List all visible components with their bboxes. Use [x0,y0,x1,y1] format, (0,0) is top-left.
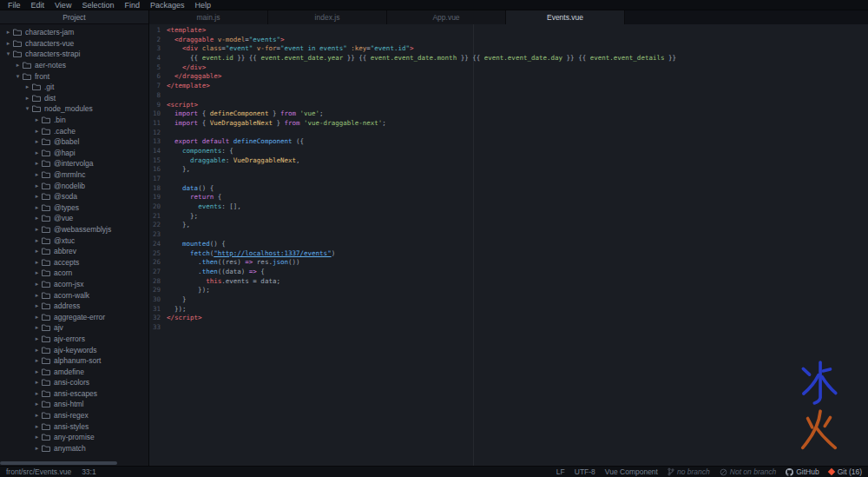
chevron-right-icon[interactable]: ▸ [33,434,41,441]
code-line-32[interactable]: 32</script> [149,314,868,323]
chevron-right-icon[interactable]: ▸ [33,237,41,244]
chevron-right-icon[interactable]: ▸ [33,357,41,364]
code-line-6[interactable]: 6 </draggable> [149,72,868,82]
tree-item-cache[interactable]: ▸.cache [0,125,148,136]
tree-item-alphanum-sort[interactable]: ▸alphanum-sort [0,355,148,367]
tree-horizontal-scrollbar[interactable] [0,461,117,465]
tree-item-characters-strapi[interactable]: ▾characters-strapi [0,49,148,60]
tree-item-ansi-styles[interactable]: ▸ansi-styles [0,421,148,432]
chevron-right-icon[interactable]: ▸ [33,423,41,430]
chevron-right-icon[interactable]: ▸ [33,347,41,354]
tree-item-ansi-html[interactable]: ▸ansi-html [0,399,148,410]
code-line-16[interactable]: 16 }, [149,165,868,175]
code-line-30[interactable]: 30 } [149,295,868,305]
tree-item-ansi-regex[interactable]: ▸ansi-regex [0,410,148,421]
chevron-right-icon[interactable]: ▸ [33,204,41,211]
code-line-26[interactable]: 26 .then((res) => res.json()) [149,258,868,268]
chevron-right-icon[interactable]: ▸ [33,390,41,397]
tree-item-node-modules[interactable]: ▾node_modules [0,103,148,115]
chevron-right-icon[interactable]: ▸ [33,281,41,288]
code-line-23[interactable]: 23 [149,230,868,240]
git-status[interactable]: Git (16) [829,467,862,476]
tree-item-amdefine[interactable]: ▸amdefine [0,366,148,377]
menu-help[interactable]: Help [189,0,216,10]
menu-find[interactable]: Find [119,0,145,10]
tree-item-ajv-keywords[interactable]: ▸ajv-keywords [0,344,148,355]
code-line-1[interactable]: 1<template> [149,26,868,36]
code-line-12[interactable]: 12 [149,129,868,138]
tab-main-js[interactable]: main.js [149,10,268,24]
tree-item-dist[interactable]: ▸dist [0,93,148,104]
chevron-right-icon[interactable]: ▸ [33,412,41,419]
chevron-right-icon[interactable]: ▸ [4,40,12,47]
file-path[interactable]: front/src/Events.vue [6,467,71,476]
tree-item-xtuc[interactable]: ▸@xtuc [0,235,148,246]
code-line-2[interactable]: 2 <draggable v-model="events"> [149,36,868,45]
code-line-4[interactable]: 4 {{ event.id }} {{ event.event_date.yea… [149,54,868,63]
tree-item-acorn[interactable]: ▸acorn [0,268,148,279]
tab-index-js[interactable]: index.js [268,10,387,24]
tree-item-webassemblyjs[interactable]: ▸@webassemblyjs [0,224,148,235]
code-line-22[interactable]: 22 }, [149,221,868,230]
chevron-down-icon[interactable]: ▾ [14,73,22,80]
branch-indicator[interactable]: no branch [667,467,710,476]
tree-item-anymatch[interactable]: ▸anymatch [0,443,148,454]
encoding-indicator[interactable]: UTF-8 [575,467,595,476]
chevron-right-icon[interactable]: ▸ [33,368,41,375]
github-status[interactable]: GitHub [786,467,819,476]
tree-item-git[interactable]: ▸.git [0,82,148,93]
project-panel-header[interactable]: Project [0,10,148,24]
tree-item-acorn-jsx[interactable]: ▸acorn-jsx [0,279,148,290]
chevron-right-icon[interactable]: ▸ [33,292,41,299]
tree-item-accepts[interactable]: ▸accepts [0,256,148,268]
chevron-right-icon[interactable]: ▸ [33,314,41,321]
tree-item-address[interactable]: ▸address [0,301,148,312]
code-line-21[interactable]: 21 }; [149,212,868,222]
chevron-right-icon[interactable]: ▸ [33,226,41,233]
menu-edit[interactable]: Edit [26,0,50,10]
code-line-31[interactable]: 31 }); [149,305,868,315]
chevron-down-icon[interactable]: ▾ [4,50,12,57]
menu-packages[interactable]: Packages [145,0,190,10]
tree-item-ajv-errors[interactable]: ▸ajv-errors [0,334,148,345]
code-line-5[interactable]: 5 </div> [149,63,868,73]
chevron-right-icon[interactable]: ▸ [33,259,41,266]
code-line-17[interactable]: 17 [149,175,868,184]
tree-item-aer-notes[interactable]: ▸aer-notes [0,60,148,71]
cursor-position[interactable]: 33:1 [82,467,96,476]
code-line-13[interactable]: 13 export default defineComponent ({ [149,137,868,147]
tree-item-front[interactable]: ▾front [0,70,148,82]
chevron-right-icon[interactable]: ▸ [33,302,41,309]
chevron-right-icon[interactable]: ▸ [33,248,41,255]
chevron-right-icon[interactable]: ▸ [33,401,41,407]
tree-item-ansi-colors[interactable]: ▸ansi-colors [0,377,148,388]
code-line-14[interactable]: 14 components: { [149,147,868,156]
code-line-3[interactable]: 3 <div class="event" v-for="event in eve… [149,44,868,54]
tree-item-intervolga[interactable]: ▸@intervolga [0,158,148,169]
code-line-11[interactable]: 11 import { VueDraggableNext } from 'vue… [149,119,868,129]
code-line-20[interactable]: 20 events: [], [149,202,868,212]
tree-item-vue[interactable]: ▸@vue [0,213,148,224]
chevron-right-icon[interactable]: ▸ [33,182,41,189]
code-line-27[interactable]: 27 .then((data) => { [149,268,868,277]
code-line-8[interactable]: 8 [149,91,868,101]
chevron-right-icon[interactable]: ▸ [33,149,41,156]
chevron-right-icon[interactable]: ▸ [33,379,41,386]
tree-item-babel[interactable]: ▸@babel [0,136,148,148]
tree-item-any-promise[interactable]: ▸any-promise [0,432,148,443]
code-line-28[interactable]: 28 this.events = data; [149,277,868,287]
code-line-19[interactable]: 19 return { [149,193,868,202]
tree-item-aggregate-error[interactable]: ▸aggregate-error [0,311,148,322]
code-line-29[interactable]: 29 }); [149,286,868,295]
tree-item-ajv[interactable]: ▸ajv [0,322,148,334]
tree-item-characters-jam[interactable]: ▸characters-jam [0,27,148,38]
chevron-right-icon[interactable]: ▸ [33,138,41,145]
tree-item-mrmlnc[interactable]: ▸@mrmlnc [0,169,148,181]
chevron-down-icon[interactable]: ▾ [23,105,31,112]
remote-status-indicator[interactable]: Not on branch [720,467,776,476]
chevron-right-icon[interactable]: ▸ [33,116,41,123]
code-line-25[interactable]: 25 fetch("http://localhost:1337/events") [149,249,868,259]
tree-item-nodelib[interactable]: ▸@nodelib [0,180,148,191]
code-line-33[interactable]: 33 [149,323,868,333]
chevron-right-icon[interactable]: ▸ [33,269,41,276]
